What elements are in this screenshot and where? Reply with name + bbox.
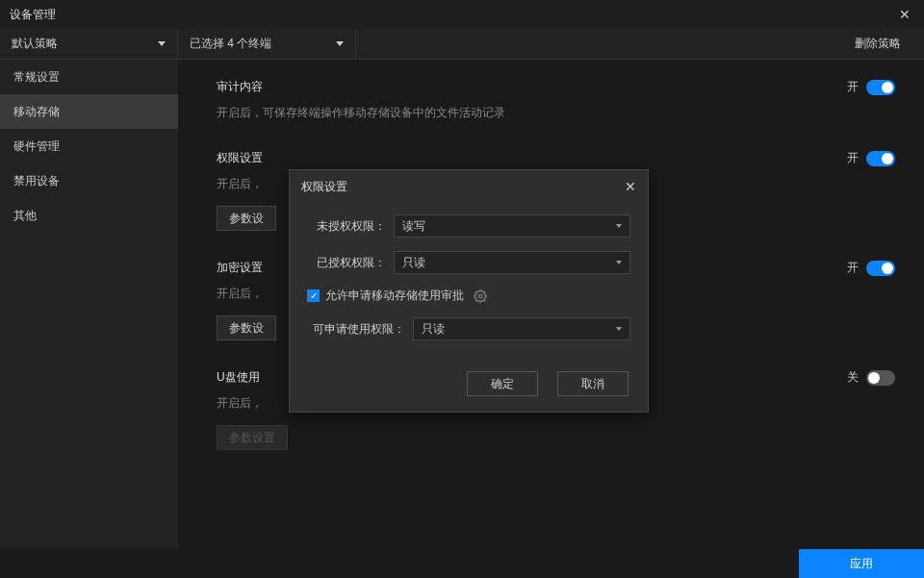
permission-toggle[interactable]: [866, 151, 895, 166]
dialog-header: 权限设置 ✕: [290, 170, 648, 203]
select-value: 只读: [402, 255, 425, 271]
param-btn-label: 参数设: [229, 211, 264, 227]
permission-params-button[interactable]: 参数设: [217, 206, 276, 231]
close-icon[interactable]: ✕: [625, 179, 636, 194]
form-label: 未授权权限：: [307, 218, 394, 235]
window-title: 设备管理: [10, 7, 56, 23]
sidebar-item-other[interactable]: 其他: [0, 198, 178, 233]
terminals-dropdown[interactable]: 已选择 4 个终端: [178, 29, 356, 59]
dialog-footer: 确定 取消: [290, 362, 648, 412]
close-icon[interactable]: ✕: [895, 5, 914, 24]
cancel-button[interactable]: 取消: [557, 371, 629, 396]
delete-policy-label: 删除策略: [855, 36, 901, 52]
select-value: 只读: [422, 321, 445, 338]
select-value: 读写: [402, 218, 425, 235]
section-title: 审计内容: [217, 79, 263, 95]
toggle-label: 开: [847, 150, 859, 166]
encryption-params-button[interactable]: 参数设: [217, 315, 276, 340]
apply-label: 应用: [850, 556, 873, 572]
delete-policy-button[interactable]: 删除策略: [832, 29, 924, 59]
unauthorized-permission-select[interactable]: 读写: [394, 214, 630, 238]
terminals-dropdown-label: 已选择 4 个终端: [190, 36, 271, 52]
toggle-wrap: 开: [847, 260, 895, 276]
chevron-down-icon: [158, 41, 166, 46]
sidebar-item-disable-device[interactable]: 禁用设备: [0, 163, 178, 198]
sidebar-item-label: 硬件管理: [13, 138, 60, 155]
dialog-title: 权限设置: [301, 179, 347, 195]
cancel-label: 取消: [581, 376, 604, 392]
toggle-label: 开: [847, 260, 859, 276]
toggle-wrap: 开: [847, 79, 895, 95]
form-row-authorized: 已授权权限： 只读: [307, 251, 630, 274]
permission-settings-dialog: 权限设置 ✕ 未授权权限： 读写 已授权权限： 只读 ✓ 允许申请移动存储使用审…: [289, 169, 649, 413]
encryption-toggle[interactable]: [866, 261, 895, 276]
sidebar-item-removable-storage[interactable]: 移动存储: [0, 94, 178, 129]
sidebar: 常规设置 移动存储 硬件管理 禁用设备 其他: [0, 60, 178, 549]
chevron-down-icon: [616, 327, 622, 331]
ok-button[interactable]: 确定: [467, 371, 538, 396]
toggle-label: 开: [847, 79, 859, 95]
authorized-permission-select[interactable]: 只读: [394, 251, 630, 274]
chevron-down-icon: [616, 224, 622, 228]
apply-button[interactable]: 应用: [799, 549, 924, 578]
section-title: U盘使用: [217, 369, 260, 386]
sidebar-item-label: 移动存储: [13, 104, 60, 120]
toggle-label: 关: [847, 369, 859, 386]
checkbox-label: 允许申请移动存储使用审批: [325, 288, 464, 304]
section-title: 权限设置: [217, 150, 263, 166]
dialog-body: 未授权权限： 读写 已授权权限： 只读 ✓ 允许申请移动存储使用审批 可申请使用…: [290, 203, 648, 362]
form-label: 可申请使用权限：: [307, 321, 413, 338]
section-audit: 审计内容 开 开启后，可保存终端操作移动存储设备中的文件活动记录: [217, 79, 895, 121]
form-label: 已授权权限：: [307, 255, 394, 271]
form-row-requestable: 可申请使用权限： 只读: [307, 317, 630, 340]
toggle-wrap: 开: [847, 150, 895, 166]
sidebar-item-hardware[interactable]: 硬件管理: [0, 129, 178, 163]
requestable-permission-select[interactable]: 只读: [413, 317, 630, 340]
gear-icon[interactable]: [474, 289, 487, 303]
toolbar: 默认策略 已选择 4 个终端 删除策略: [0, 29, 924, 60]
chevron-down-icon: [616, 261, 622, 264]
form-row-unauthorized: 未授权权限： 读写: [307, 214, 630, 238]
usb-params-button: 参数设置: [217, 425, 288, 450]
param-btn-label: 参数设: [229, 320, 264, 337]
footer: 应用: [0, 549, 924, 578]
section-title: 加密设置: [217, 260, 263, 276]
checkbox-row: ✓ 允许申请移动存储使用审批: [307, 288, 630, 304]
param-btn-label: 参数设置: [229, 430, 275, 446]
chevron-down-icon: [336, 41, 344, 46]
policy-dropdown[interactable]: 默认策略: [0, 29, 178, 59]
audit-toggle[interactable]: [866, 80, 895, 95]
toggle-wrap: 关: [847, 369, 895, 386]
sidebar-item-general[interactable]: 常规设置: [0, 60, 178, 94]
policy-dropdown-label: 默认策略: [12, 36, 58, 52]
sidebar-item-label: 常规设置: [13, 69, 60, 86]
sidebar-item-label: 禁用设备: [13, 173, 60, 189]
sidebar-item-label: 其他: [13, 208, 37, 224]
ok-label: 确定: [491, 376, 514, 392]
titlebar: 设备管理 ✕: [0, 0, 924, 29]
svg-point-0: [478, 294, 482, 298]
allow-approval-checkbox[interactable]: ✓: [307, 289, 320, 302]
section-desc: 开启后，可保存终端操作移动存储设备中的文件活动记录: [217, 105, 895, 121]
toolbar-spacer: [356, 29, 832, 59]
usb-toggle[interactable]: [866, 370, 895, 386]
